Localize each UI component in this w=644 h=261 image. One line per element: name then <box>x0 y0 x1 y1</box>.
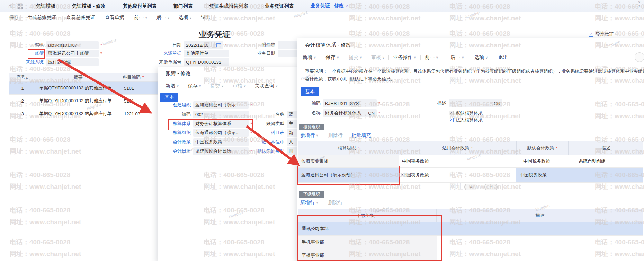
base-currency-label[interactable]: 记账本位币 <box>244 139 287 145</box>
exit-button[interactable]: 退出 <box>201 15 211 21</box>
tab-basic[interactable]: 基本 <box>160 93 178 102</box>
table-row-selected[interactable]: 通讯公司本部 <box>298 222 643 236</box>
table-row[interactable]: 3 单据QTYFD00000132 的其他应付单 1221.03 <box>9 107 159 120</box>
create-org-input[interactable]: 蓝海通讯公司（演示... <box>193 101 249 109</box>
delete-row-button[interactable]: 删除行 <box>328 200 343 206</box>
next-button[interactable]: 后一 <box>156 15 166 21</box>
save-button[interactable]: 保存 <box>188 83 198 89</box>
tab-department-list[interactable]: 部门列表 <box>173 0 193 12</box>
scroll-down-button[interactable]: ▼ <box>484 184 498 190</box>
tab-basic[interactable]: 基本 <box>301 87 319 96</box>
desc-column-header[interactable]: 描述 <box>569 145 643 151</box>
biz-operation-button[interactable]: 业务操作 <box>393 54 412 61</box>
default-policy-column-header[interactable]: 默认会计政策* <box>517 145 568 151</box>
new-button[interactable]: 新增 <box>166 83 175 89</box>
book-type-input[interactable]: 主 <box>287 120 298 128</box>
create-org-label[interactable]: 创建组织 <box>160 102 193 108</box>
tab-biz-voucher-list[interactable]: 业务凭证列表 <box>265 0 294 12</box>
table-row-selected[interactable]: 蓝海通讯公司（演示勿动） 中国税务政策 中国税务政策 <box>298 168 643 183</box>
generate-gl-voucher-button[interactable]: 生成总账凭证 <box>27 15 56 21</box>
sys-code-input[interactable]: KJHSTX01_SYS <box>323 99 377 107</box>
tab-voucher-report-list[interactable]: 凭证生成报告列表 <box>209 0 248 12</box>
source-doc-label[interactable]: 来源单据 <box>145 50 184 56</box>
save-button[interactable]: 保存 <box>326 54 336 61</box>
related-query-button[interactable]: 关联查询 <box>254 83 274 89</box>
account-table-input[interactable]: 新 <box>287 129 298 137</box>
accounting-policy-label[interactable]: 会计政策 <box>160 139 193 145</box>
source-doc-no-input[interactable]: QTYFD00000132 <box>184 58 229 66</box>
view-gl-voucher-button[interactable]: 查看总账凭证 <box>66 15 95 21</box>
accounting-system-input[interactable]: 财务会计核算体系 <box>193 120 249 128</box>
accounting-calendar-label[interactable]: 会计日历 <box>160 148 193 154</box>
voucher-code-input[interactable]: BizVch101007 <box>46 41 99 49</box>
view-document-button[interactable]: 查看单据 <box>105 15 124 21</box>
add-row-button[interactable]: 新增行 <box>300 200 315 206</box>
scroll-up-button[interactable]: ▲ <box>464 184 477 190</box>
table-row[interactable]: 1 单据QTYFD00000132 的其他应付单 5101 <box>9 82 159 95</box>
legal-system-checkbox[interactable]: ✓ 法人核算体系 <box>449 117 483 123</box>
policy-column-header[interactable]: 适用会计政策* <box>399 145 516 151</box>
new-button[interactable]: 新增 <box>303 54 312 61</box>
account-table-label[interactable]: 科目表 <box>244 130 287 136</box>
accounting-org-input[interactable]: 蓝海通讯公司（演示... <box>193 129 249 137</box>
default-system-checkbox[interactable]: ✓ 默认核算体系 <box>449 110 483 116</box>
seq-column-header[interactable]: 序号▲ <box>9 74 36 80</box>
calendar-icon[interactable] <box>216 43 221 47</box>
accounting-calendar-input[interactable]: 系统预设会计日历 <box>193 147 249 155</box>
date-input[interactable]: 2022/12/16 <box>184 41 223 49</box>
voucher-book-label[interactable]: 账簿 <box>14 50 46 56</box>
exit-button[interactable]: 退出 <box>498 54 508 61</box>
submit-button[interactable]: 提交 <box>349 54 358 61</box>
sys-desc-input[interactable]: CN <box>449 99 502 107</box>
anomaly-voucher-checkbox[interactable]: ✓ 异常凭证 <box>589 31 614 37</box>
tab-other-payable-list[interactable]: 其他应付单列表 <box>123 0 157 12</box>
voucher-book-input[interactable]: 蓝海通讯公司主账簿 <box>46 50 99 57</box>
help-icon[interactable] <box>635 52 644 62</box>
home-icon[interactable]: ⌂ <box>8 0 12 12</box>
default-voucher-type-input[interactable]: 固 <box>287 147 298 155</box>
prev-button[interactable]: 前一 <box>425 54 435 61</box>
close-tab-icon[interactable]: × <box>346 3 349 8</box>
table-row[interactable]: 平板事业部 <box>298 249 643 261</box>
save-button[interactable]: 保存 <box>9 15 19 21</box>
date-label: 日期 <box>145 42 184 48</box>
audit-button[interactable]: 审核 <box>371 54 381 61</box>
apps-grid-icon[interactable] <box>18 4 23 9</box>
tab-voucher-template-edit[interactable]: 凭证模板 - 修改 <box>72 0 105 12</box>
sys-name-input[interactable]: 财务会计核算体系CN <box>323 109 377 117</box>
table-row[interactable]: 蓝海实业集团 中国税务政策 中国税务政策 系统自动创建 <box>298 155 643 168</box>
book-name-input[interactable]: 蓝 <box>287 111 298 118</box>
desc-column-header[interactable]: 描述 <box>437 212 643 219</box>
book-code-input[interactable]: 002 <box>193 111 249 118</box>
row-policy: 中国税务政策 <box>399 158 520 164</box>
next-button[interactable]: 后一 <box>451 54 460 61</box>
org-column-header[interactable]: 核算组织* <box>298 145 399 151</box>
submit-button[interactable]: 提交 <box>210 83 220 89</box>
default-voucher-type-label[interactable]: 默认凭证类型 <box>244 148 287 154</box>
collapse-tabs-icon[interactable]: ∨∨ <box>638 1 641 7</box>
options-button[interactable]: 选项 <box>178 15 188 21</box>
source-doc-input[interactable]: 其他应付单 <box>184 50 229 57</box>
tab-voucher-template[interactable]: 凭证模板 <box>36 0 55 12</box>
chevron-down-icon: ∨ <box>244 84 246 88</box>
table-row[interactable]: 手机事业部 <box>298 236 643 249</box>
accounting-org-label[interactable]: 核算组织 <box>160 130 193 136</box>
table-row[interactable]: 2 单据QTYFD00000132 的其他应付单 5101 <box>9 95 159 107</box>
base-currency-field: 记账本位币 人 <box>244 138 298 146</box>
sub-org-column-header[interactable]: 下级组织* <box>298 212 436 219</box>
source-system-input[interactable]: 应付款管理 <box>46 58 99 66</box>
audit-button[interactable]: 审核 <box>233 83 242 89</box>
batch-fill-button[interactable]: 批量填充 <box>352 132 371 139</box>
add-row-button[interactable]: 新增行 <box>300 132 315 139</box>
account-code-column-header[interactable]: 科目编码* <box>120 74 159 80</box>
base-currency-input[interactable]: 人 <box>287 138 298 146</box>
delete-row-button[interactable]: 删除行 <box>328 132 343 139</box>
summary-column-header[interactable]: 摘要 <box>36 74 120 80</box>
accounting-system-label[interactable]: 核算体系 <box>160 121 193 127</box>
prev-button[interactable]: 前一 <box>134 15 144 21</box>
tab-biz-voucher-edit[interactable]: 业务凭证 - 修改× <box>311 0 349 13</box>
source-system-field: 来源系统 应付款管理 <box>14 58 99 66</box>
source-system-label[interactable]: 来源系统 <box>14 59 46 65</box>
options-button[interactable]: 选项 <box>474 54 484 61</box>
accounting-policy-input[interactable]: 中国税务政策 <box>193 138 249 146</box>
